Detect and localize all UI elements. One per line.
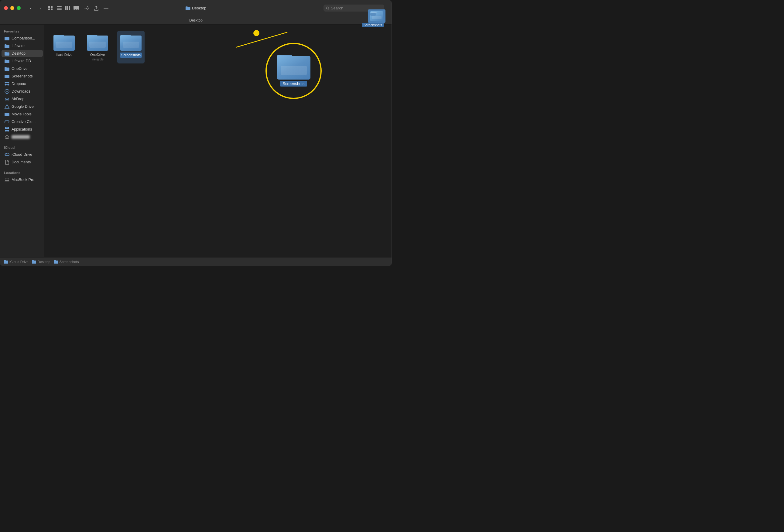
breadcrumb-sep2: ›	[52, 260, 53, 264]
sidebar-separator-icloud	[3, 142, 41, 142]
document-icon	[5, 160, 9, 165]
sidebar-item-applications[interactable]: Applications	[2, 126, 43, 133]
svg-rect-17	[104, 8, 108, 8]
folder-icon	[5, 36, 9, 41]
window-title: Desktop	[192, 6, 206, 10]
home-svg	[5, 135, 9, 139]
sidebar: Favorites Comparison... Lifewire	[0, 25, 44, 257]
sidebar-item-home-label	[11, 135, 30, 139]
folder-icon	[5, 51, 9, 56]
downloads-icon	[5, 89, 9, 94]
svg-rect-11	[74, 9, 75, 10]
svg-rect-6	[57, 9, 62, 10]
folder-sheen	[89, 41, 106, 48]
folder-svg-ldb	[5, 59, 9, 63]
zoomed-label: Screenshots	[280, 81, 307, 87]
columns-view-button[interactable]	[64, 5, 72, 11]
traffic-lights	[4, 6, 21, 10]
folder-body	[53, 35, 75, 51]
forward-button[interactable]: ›	[36, 5, 44, 11]
sidebar-item-movie-tools-label: Movie Tools	[11, 112, 32, 116]
list-view-button[interactable]	[55, 5, 63, 11]
sidebar-item-onedrive[interactable]: OneDrive	[2, 65, 43, 72]
title-bar: ‹ ›	[0, 0, 392, 16]
svg-point-14	[86, 8, 87, 8]
sidebar-item-macbook[interactable]: MacBook Pro	[2, 176, 43, 183]
search-icon	[326, 6, 329, 10]
svg-marker-31	[5, 105, 9, 109]
sidebar-item-comparison-label: Comparison...	[11, 36, 35, 40]
breadcrumb-path: iCloud Drive › Desktop › Screenshots	[4, 260, 79, 264]
svg-rect-23	[372, 16, 382, 19]
folder-svg	[5, 36, 9, 40]
file-item-hard-drive[interactable]: Hard Drive	[50, 31, 78, 63]
sidebar-item-downloads[interactable]: Downloads	[2, 88, 43, 95]
folder-svg-lw	[5, 44, 9, 48]
google-drive-svg	[5, 105, 9, 109]
grid-view-button[interactable]	[47, 5, 55, 11]
sidebar-item-screenshots[interactable]: Screenshots	[2, 72, 43, 80]
screenshots-thumbnail[interactable]	[368, 9, 386, 23]
sidebar-item-movie-tools[interactable]: Movie Tools	[2, 111, 43, 118]
sidebar-item-icloud-drive[interactable]: iCloud Drive	[2, 151, 43, 158]
sidebar-item-creative-cloud[interactable]: Creative Clo...	[2, 118, 43, 125]
folder-icon	[5, 66, 9, 71]
sidebar-item-airdrop[interactable]: AirDrop	[2, 95, 43, 102]
path-bar-text: Desktop	[189, 18, 203, 23]
svg-rect-2	[48, 8, 50, 10]
tag-button[interactable]	[102, 5, 110, 11]
sidebar-item-lifewire[interactable]: Lifewire	[2, 42, 43, 50]
file-item-onedrive[interactable]: OneDrive Ineligible	[84, 31, 111, 63]
downloads-svg	[5, 89, 9, 94]
title-bar-title: Desktop	[186, 6, 206, 11]
icloud-drive-svg	[5, 153, 9, 156]
svg-rect-12	[76, 9, 77, 10]
sidebar-item-desktop[interactable]: Desktop	[2, 50, 43, 57]
sidebar-item-desktop-label: Desktop	[11, 51, 26, 56]
svg-marker-28	[7, 84, 8, 86]
close-button[interactable]	[4, 6, 8, 10]
onedrive-folder-icon	[87, 33, 108, 51]
svg-rect-32	[5, 127, 7, 129]
sidebar-item-google-drive[interactable]: Google Drive	[2, 103, 43, 110]
finder-body: Favorites Comparison... Lifewire	[0, 25, 392, 257]
sidebar-item-documents[interactable]: Documents	[2, 158, 43, 166]
svg-rect-8	[67, 6, 68, 10]
sidebar-item-lifewire-db[interactable]: Lifewire DB	[2, 57, 43, 65]
minimize-button[interactable]	[10, 6, 14, 10]
file-item-onedrive-name: OneDrive	[90, 53, 105, 57]
sidebar-item-icloud-drive-label: iCloud Drive	[11, 152, 32, 157]
svg-marker-24	[5, 82, 7, 84]
view-controls	[47, 5, 80, 11]
svg-rect-38	[5, 181, 9, 182]
svg-point-15	[85, 8, 86, 8]
gallery-view-button[interactable]	[72, 5, 80, 11]
share-button[interactable]	[92, 5, 100, 11]
sidebar-item-home[interactable]	[2, 133, 43, 141]
screenshots-thumb-label: Screenshots	[362, 23, 384, 27]
sidebar-item-dropbox[interactable]: Dropbox	[2, 80, 43, 87]
svg-rect-33	[7, 127, 9, 129]
sidebar-item-downloads-label: Downloads	[11, 89, 30, 93]
document-svg	[5, 160, 9, 165]
locations-label: Locations	[0, 169, 44, 176]
sidebar-item-lifewire-label: Lifewire	[11, 44, 25, 48]
breadcrumb2: Desktop	[37, 260, 50, 264]
back-button[interactable]: ‹	[27, 5, 35, 11]
finder-window: ‹ ›	[0, 0, 392, 266]
applications-svg	[5, 127, 9, 132]
dropbox-svg	[5, 82, 9, 86]
file-item-screenshots[interactable]: Screenshots	[117, 31, 145, 63]
creative-cloud-svg	[5, 120, 9, 124]
status-folder-icon3	[54, 260, 58, 264]
file-item-onedrive-subtitle: Ineligible	[91, 58, 103, 61]
applications-icon	[5, 127, 9, 132]
sidebar-item-macbook-label: MacBook Pro	[11, 178, 34, 182]
folder-body	[120, 35, 142, 51]
action-button[interactable]	[83, 5, 90, 11]
zoomed-folder-body	[277, 56, 310, 80]
maximize-button[interactable]	[17, 6, 21, 10]
sidebar-item-google-drive-label: Google Drive	[11, 105, 34, 109]
svg-rect-34	[5, 130, 7, 131]
sidebar-item-comparison[interactable]: Comparison...	[2, 35, 43, 42]
